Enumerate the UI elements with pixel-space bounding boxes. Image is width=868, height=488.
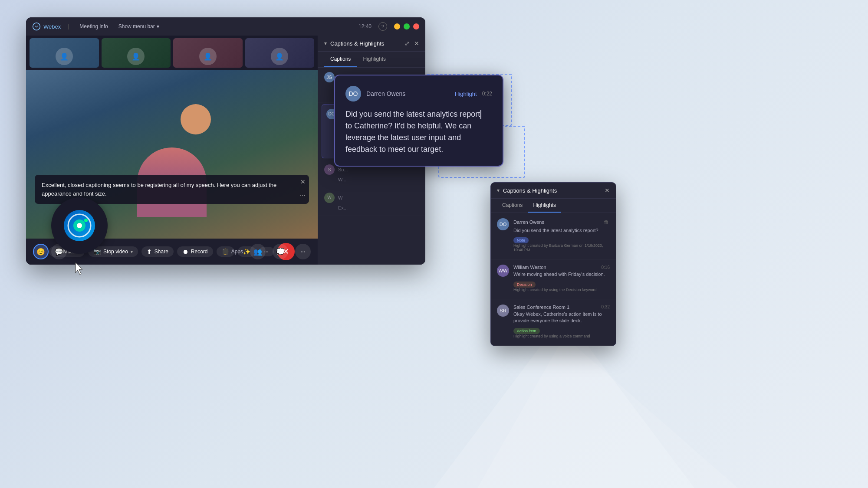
app-logo: Webex [32, 22, 61, 31]
webex-logo-icon [62, 208, 97, 243]
highlight-card-badge: Highlight [455, 91, 477, 97]
title-bar: Webex | Meeting info Show menu bar ▾ 12:… [26, 17, 425, 36]
tab-captions[interactable]: Captions [324, 52, 357, 67]
caption-close-button[interactable]: ✕ [300, 178, 306, 185]
right-controls: ⬛ Apps 👥 💭 ··· [222, 244, 311, 259]
share-icon: ⬆ [147, 248, 152, 255]
second-panel-chevron[interactable]: ▾ [497, 187, 500, 193]
svg-point-4 [77, 223, 82, 228]
avatar-someone: S [324, 164, 335, 175]
panel-tabs: Captions Highlights [318, 52, 425, 68]
svg-point-0 [33, 23, 40, 30]
thumbnail-strip: 👤 👤 👤 👤 [26, 36, 318, 70]
maximize-button[interactable] [404, 23, 410, 29]
second-panel-close-button[interactable]: ✕ [605, 187, 610, 194]
highlight-card-text: Did you send the latest analytics report… [345, 108, 492, 155]
participant-thumbnail-1[interactable]: 👤 [30, 38, 99, 68]
share-button[interactable]: ⬆ Share [141, 246, 174, 257]
avatar-william-2: WW [497, 265, 509, 277]
panel-expand-button[interactable]: ⤢ [404, 40, 410, 47]
panel-header: ▾ Captions & Highlights ⤢ ✕ [318, 36, 425, 52]
close-window-button[interactable] [413, 23, 419, 29]
record-button[interactable]: ⏺ Record [177, 246, 213, 257]
highlight-card: DO Darren Owens Highlight 0:22 Did you s… [334, 75, 503, 167]
avatar-jonathon: JG [324, 72, 335, 82]
minimize-button[interactable] [394, 23, 400, 29]
action-item-badge: Action item [513, 328, 540, 334]
second-panel: ▾ Captions & Highlights ✕ Captions Highl… [490, 182, 616, 346]
highlight-card-time: 0:22 [482, 91, 492, 97]
avatar-sales: SR [497, 305, 509, 317]
panel-close-button[interactable]: ✕ [414, 40, 419, 47]
svg-point-5 [84, 219, 88, 222]
highlight-entry-2: WW William Weston 0:16 We're moving ahea… [491, 259, 616, 299]
participant-thumbnail-4[interactable]: 👤 [245, 38, 315, 68]
help-button[interactable]: ? [378, 22, 387, 31]
highlight-entry-1: DO Darren Owens 🗑 Did you send the lates… [491, 213, 616, 259]
avatar-darren-2: DO [497, 218, 509, 230]
participants-button[interactable]: 👥 [250, 244, 266, 259]
participant-thumbnail-2[interactable]: 👤 [102, 38, 171, 68]
avatar-william: W [324, 193, 335, 203]
window-controls [394, 23, 419, 29]
tab-highlights[interactable]: Highlights [357, 52, 392, 67]
second-tab-captions[interactable]: Captions [497, 199, 528, 213]
second-panel-header: ▾ Captions & Highlights ✕ [491, 183, 616, 199]
reactions-button[interactable]: 😊 [33, 244, 49, 259]
meeting-time: 12:40 [358, 23, 372, 29]
highlight-card-name: Darren Owens [366, 90, 450, 97]
webex-app-icon[interactable] [51, 197, 108, 254]
note-badge: Note [513, 237, 529, 243]
apps-button[interactable]: ⬛ Apps [222, 249, 243, 255]
caption-more-button[interactable]: ··· [300, 190, 306, 200]
overflow-button[interactable]: ··· [295, 244, 311, 259]
participant-thumbnail-3[interactable]: 👤 [173, 38, 243, 68]
show-menu-bar-button[interactable]: Show menu bar ▾ [118, 23, 159, 29]
caption-entry-4: W W Ex... [318, 188, 425, 216]
meeting-info-button[interactable]: Meeting info [76, 22, 111, 31]
panel-collapse-button[interactable]: ▾ [324, 40, 327, 46]
highlight-card-avatar: DO [345, 86, 361, 102]
record-icon: ⏺ [182, 248, 188, 255]
panel-title: Captions & Highlights [330, 40, 384, 47]
second-panel-tabs: Captions Highlights [491, 199, 616, 213]
comments-button[interactable]: 💭 [273, 244, 288, 259]
highlight-entry-3: SR Sales Conference Room 1 0:32 Okay Web… [491, 299, 616, 346]
apps-icon: ⬛ [222, 249, 229, 255]
second-panel-title: Captions & Highlights [503, 187, 601, 194]
second-tab-highlights[interactable]: Highlights [528, 199, 561, 213]
delete-entry-1-button[interactable]: 🗑 [603, 218, 610, 226]
decision-badge: Decision [513, 282, 536, 288]
